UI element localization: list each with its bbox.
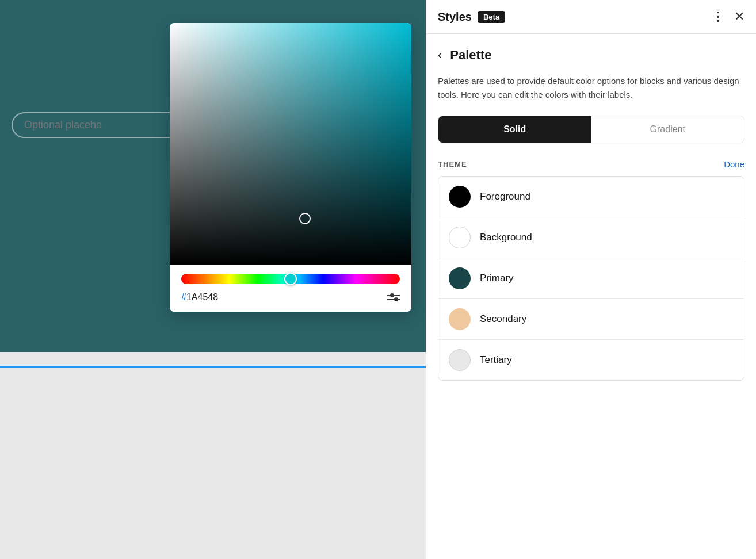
color-swatch-primary xyxy=(449,267,471,289)
adjust-line-2 xyxy=(387,299,400,300)
color-name-secondary: Secondary xyxy=(480,313,526,325)
hue-thumb[interactable] xyxy=(284,273,297,285)
canvas-blue-line xyxy=(0,366,426,368)
color-swatch-tertiary xyxy=(449,349,471,371)
black-overlay xyxy=(170,23,411,265)
color-name-tertiary: Tertiary xyxy=(480,354,512,366)
color-swatch-secondary xyxy=(449,308,471,330)
panel-header-left: Styles Beta xyxy=(438,10,505,24)
color-name-foreground: Foreground xyxy=(480,191,530,202)
panel-header: Styles Beta ⋮ ✕ xyxy=(426,0,756,34)
color-item-background[interactable]: Background xyxy=(438,217,744,258)
hue-thumb-inner xyxy=(285,274,296,284)
color-name-background: Background xyxy=(480,232,532,243)
palette-description: Palettes are used to provide default col… xyxy=(438,74,744,102)
panel-title: Styles xyxy=(438,10,472,24)
tab-solid[interactable]: Solid xyxy=(438,116,591,143)
beta-badge: Beta xyxy=(478,11,505,23)
back-arrow[interactable]: ‹ xyxy=(438,48,442,63)
canvas-bottom-area xyxy=(0,352,426,559)
theme-header: THEME Done xyxy=(438,159,744,169)
canvas-input[interactable] xyxy=(12,112,184,138)
color-gradient-area[interactable] xyxy=(170,23,411,265)
color-hex-value: #1A4548 xyxy=(181,292,218,303)
color-item-primary[interactable]: Primary xyxy=(438,258,744,299)
more-icon[interactable]: ⋮ xyxy=(712,9,725,24)
color-swatch-foreground xyxy=(449,186,471,208)
right-panel: Styles Beta ⋮ ✕ ‹ Palette Palettes are u… xyxy=(426,0,756,559)
hex-digits: 1A4548 xyxy=(186,292,218,302)
theme-section: THEME Done Foreground Background xyxy=(438,159,744,381)
color-list: Foreground Background Primary Secondary xyxy=(438,176,744,381)
done-button[interactable]: Done xyxy=(724,159,744,169)
palette-title: Palette xyxy=(450,48,491,63)
close-icon[interactable]: ✕ xyxy=(734,10,744,23)
color-item-secondary[interactable]: Secondary xyxy=(438,299,744,340)
color-picker-controls: #1A4548 xyxy=(170,265,411,312)
panel-content: ‹ Palette Palettes are used to provide d… xyxy=(426,34,756,559)
palette-header: ‹ Palette xyxy=(438,48,744,63)
hue-slider-container xyxy=(181,274,400,284)
adjust-icon[interactable] xyxy=(387,295,400,300)
panel-header-right: ⋮ ✕ xyxy=(712,9,744,24)
theme-label: THEME xyxy=(438,160,467,169)
tab-group: Solid Gradient xyxy=(438,116,744,143)
adjust-line-1 xyxy=(387,295,400,296)
tab-gradient[interactable]: Gradient xyxy=(591,116,744,143)
color-swatch-background xyxy=(449,227,471,248)
color-item-tertiary[interactable]: Tertiary xyxy=(438,340,744,380)
color-hex-row: #1A4548 xyxy=(181,292,400,303)
canvas-area: #1A4548 xyxy=(0,0,426,559)
color-picker-popup: #1A4548 xyxy=(170,23,411,312)
hue-slider[interactable] xyxy=(181,274,400,284)
color-item-foreground[interactable]: Foreground xyxy=(438,177,744,217)
color-name-primary: Primary xyxy=(480,273,514,284)
hex-hash: # xyxy=(181,292,186,302)
